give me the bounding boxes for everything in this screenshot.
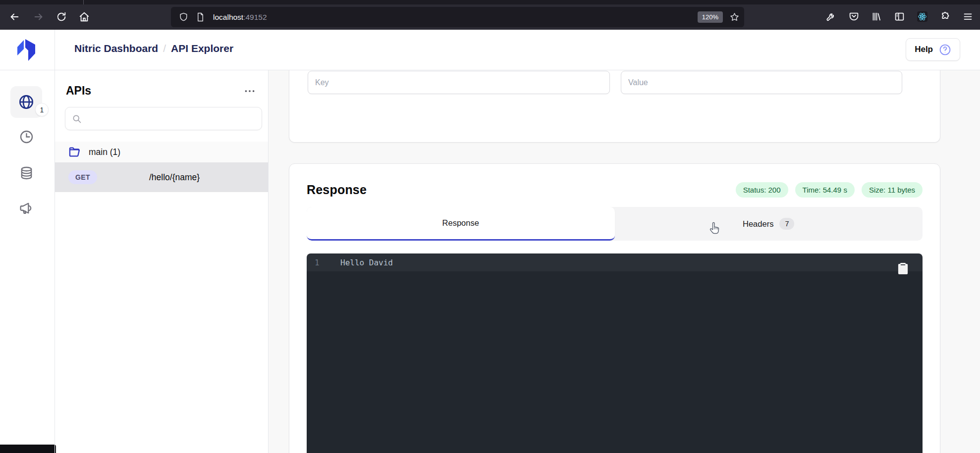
line-number: 1 <box>315 258 329 267</box>
pocket-icon[interactable] <box>849 11 859 22</box>
browser-tabstrip <box>0 0 980 4</box>
response-meta-badges: Status: 200 Time: 54.49 s Size: 11 bytes <box>736 182 923 198</box>
nitric-logo[interactable] <box>14 37 38 63</box>
react-devtools-icon[interactable] <box>917 11 927 22</box>
api-tree: main (1) GET /hello/{name} <box>55 142 268 192</box>
forward-icon[interactable] <box>33 11 44 22</box>
apis-menu-ellipsis-icon[interactable] <box>243 85 256 98</box>
code-text: Hello David <box>340 258 393 267</box>
browser-toolbar: localhost:49152 120% <box>0 4 980 30</box>
page-info-icon[interactable] <box>196 12 205 22</box>
response-body-code: 1 Hello David <box>307 253 923 453</box>
headers-count-badge: 7 <box>779 218 794 230</box>
rail-item-storage-database-icon[interactable] <box>19 166 34 180</box>
tab-headers[interactable]: Headers 7 <box>615 207 923 241</box>
time-badge: Time: 54.49 s <box>795 182 855 198</box>
tab-response-label: Response <box>442 218 479 228</box>
code-line: 1 Hello David <box>307 253 923 271</box>
folder-icon <box>68 146 81 159</box>
url-host: localhost <box>213 13 243 21</box>
breadcrumb-page: API Explorer <box>171 43 233 54</box>
app-header: Nitric Dashboard/API Explorer Help <box>0 30 980 70</box>
screen: localhost:49152 120% <box>0 0 980 453</box>
url-bar[interactable]: localhost:49152 120% <box>171 7 744 27</box>
request-params-card <box>289 70 940 143</box>
toolbar-extensions-area <box>826 11 973 22</box>
param-key-input[interactable] <box>308 71 610 94</box>
help-label: Help <box>915 45 933 54</box>
apis-panel: APIs main (1) GET /hello/{name} <box>55 70 269 453</box>
method-badge: GET <box>68 170 97 184</box>
size-badge: Size: 11 bytes <box>862 182 923 198</box>
response-title: Response <box>307 183 367 197</box>
tab-headers-label: Headers <box>743 219 773 229</box>
shield-icon[interactable] <box>179 12 188 22</box>
browser-status-tooltip <box>0 445 56 453</box>
home-icon[interactable] <box>79 11 90 22</box>
main-content: Response Status: 200 Time: 54.49 s Size:… <box>269 70 980 453</box>
library-icon[interactable] <box>871 11 882 22</box>
folder-label: main (1) <box>89 147 120 157</box>
help-question-icon <box>939 44 951 56</box>
bookmark-star-icon[interactable] <box>730 12 739 22</box>
endpoint-path: /hello/{name} <box>149 172 200 183</box>
menu-hamburger-icon[interactable] <box>963 11 973 22</box>
sidebar-divider <box>54 30 55 453</box>
breadcrumb-app[interactable]: Nitric Dashboard <box>74 43 158 54</box>
rail-item-schedules[interactable] <box>19 130 34 144</box>
extensions-puzzle-icon[interactable] <box>940 11 950 22</box>
api-folder-main[interactable]: main (1) <box>55 142 268 162</box>
devtools-wrench-icon[interactable] <box>826 11 836 22</box>
rail-item-topics-megaphone-icon[interactable] <box>19 201 33 215</box>
tab-divider <box>83 0 84 4</box>
help-button[interactable]: Help <box>906 38 960 61</box>
search-input[interactable] <box>87 114 255 123</box>
response-card: Response Status: 200 Time: 54.49 s Size:… <box>289 163 940 453</box>
apis-count-badge: 1 <box>35 103 49 116</box>
status-badge: Status: 200 <box>736 182 788 198</box>
back-icon[interactable] <box>9 11 20 22</box>
response-tabs: Response Headers 7 <box>307 207 923 241</box>
endpoint-row[interactable]: GET /hello/{name} <box>55 162 268 192</box>
reload-icon[interactable] <box>56 11 67 22</box>
copy-clipboard-icon[interactable] <box>897 262 909 275</box>
globe-icon <box>18 94 34 110</box>
apis-panel-title: APIs <box>66 84 91 98</box>
search-icon <box>72 114 82 124</box>
url-text[interactable]: localhost:49152 <box>213 13 698 22</box>
breadcrumb: Nitric Dashboard/API Explorer <box>74 43 233 54</box>
url-port: :49152 <box>243 13 267 21</box>
tab-response[interactable]: Response <box>307 207 615 241</box>
breadcrumb-separator: / <box>163 43 166 54</box>
zoom-level-badge[interactable]: 120% <box>698 11 723 23</box>
icon-rail: 1 <box>0 70 54 453</box>
api-search-box[interactable] <box>65 107 262 130</box>
param-value-input[interactable] <box>621 71 902 94</box>
sidebar-toggle-icon[interactable] <box>894 11 905 22</box>
